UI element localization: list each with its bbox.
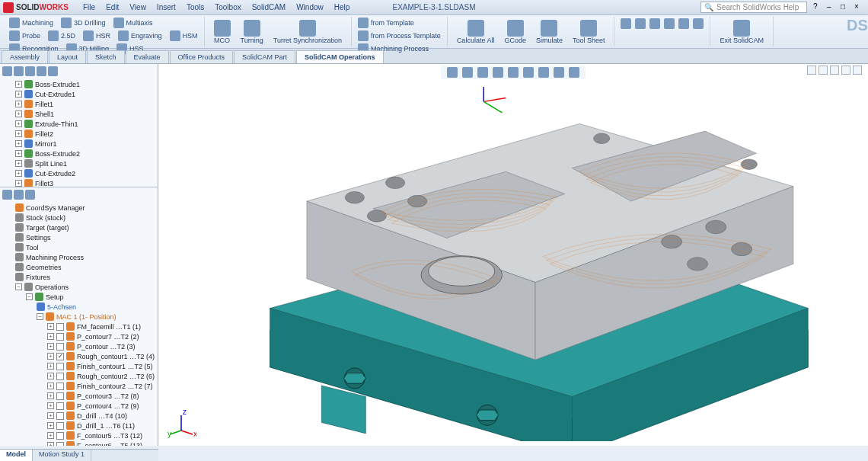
bottom-tab-model[interactable]: Model [0,450,33,461]
menu-insert[interactable]: Insert [152,2,181,13]
cam-operation[interactable]: +P_contour4 …T2 (9) [5,401,153,411]
panel-tab-icon[interactable] [2,190,12,200]
expander-icon[interactable]: + [47,373,54,379]
cam-operation[interactable]: +✓Rough_contour1 …T2 (4) [5,351,153,361]
tab-solidcam-operations[interactable]: SolidCAM Operations [296,50,384,63]
expander-icon[interactable]: + [15,110,22,117]
ribbon-turning[interactable]: Turning [236,17,268,47]
ribbon-util-icon[interactable] [635,18,646,29]
cam-operation[interactable]: +Finish_contour2 …T2 (7) [5,381,153,391]
cam-axis[interactable]: 5-Achsen [5,302,153,312]
checkbox[interactable] [56,373,64,380]
expander-icon[interactable]: + [47,353,54,360]
apply-scene-icon[interactable] [554,67,564,78]
expander-icon[interactable]: + [15,101,22,107]
panel-tab-icon[interactable] [25,66,35,76]
cam-operation[interactable]: +D_drill …T4 (10) [5,411,153,421]
cam-operation[interactable]: +P_contour3 …T2 (8) [5,391,153,401]
3d-viewport[interactable]: x y z [158,64,868,446]
cam-tree[interactable]: CoordSys ManagerStock (stock)Target (tar… [2,201,156,446]
feature-item[interactable]: +Cut-Extrude2 [5,168,153,178]
expander-icon[interactable]: + [47,333,54,340]
panel-tab-icon[interactable] [48,66,58,76]
cam-operation[interactable]: +Finish_contour1 …T2 (5) [5,361,153,371]
help-search-input[interactable]: 🔍 Search SolidWorks Help [700,2,807,13]
ribbon-util-icon[interactable] [649,18,660,29]
feature-item[interactable]: +Shell1 [5,109,153,119]
checkbox[interactable] [56,383,64,390]
checkbox[interactable] [56,343,64,351]
checkbox[interactable]: ✓ [56,353,64,360]
checkbox[interactable] [56,412,64,420]
panel-tab-icon[interactable] [25,190,35,200]
cam-setup[interactable]: −Setup [5,292,153,302]
ribbon-hsm[interactable]: HSM [168,30,199,42]
menu-file[interactable]: File [78,2,101,13]
expander-icon[interactable]: + [15,180,22,187]
expander-icon[interactable]: + [15,81,22,88]
ribbon-machining[interactable]: Machining [8,17,55,29]
checkbox[interactable] [56,432,64,440]
hide-show-icon[interactable] [523,67,534,78]
viewport-close-icon[interactable] [853,66,862,75]
menu-edit[interactable]: Edit [101,2,124,13]
checkbox[interactable] [56,363,64,370]
cam-item[interactable]: Stock (stock) [5,213,153,222]
cam-operation[interactable]: +F_contour5 …T3 (12) [5,431,153,440]
cam-operation[interactable]: +FM_facemill …T1 (1) [5,322,153,331]
ribbon-util-icon[interactable] [693,18,704,29]
expander-icon[interactable]: − [26,293,33,300]
ribbon-probe[interactable]: Probe [8,30,42,42]
cam-item[interactable]: Geometries [5,262,153,272]
feature-item[interactable]: +Split Line1 [5,158,153,168]
cam-operation[interactable]: +P_contour …T2 (3) [5,341,153,351]
expander-icon[interactable]: + [47,402,54,409]
ribbon-from-process-template[interactable]: from Process Template [356,30,442,42]
panel-tab-icon[interactable] [37,66,46,76]
cam-operation[interactable]: +Rough_contour2 …T2 (6) [5,371,153,381]
cam-item[interactable]: CoordSys Manager [5,203,153,213]
expander-icon[interactable]: + [15,91,22,98]
viewport-min-icon[interactable] [830,66,839,75]
orientation-triad-icon[interactable]: x y z [166,408,196,438]
menu-view[interactable]: View [124,2,152,13]
ribbon-util-icon[interactable] [621,18,631,29]
cam-item[interactable]: Settings [5,232,153,242]
menu-tools[interactable]: Tools [181,2,209,13]
checkbox[interactable] [56,422,64,430]
expander-icon[interactable]: + [15,150,22,157]
expander-icon[interactable]: + [47,363,54,370]
ribbon-2-5d[interactable]: 2.5D [46,30,77,42]
tab-layout[interactable]: Layout [49,50,86,63]
ribbon-3d-drilling[interactable]: 3D Drilling [59,17,107,29]
section-view-icon[interactable] [508,67,519,78]
feature-tree[interactable]: +Boss-Extrude1+Cut-Extrude1+Fillet1+Shel… [2,78,156,187]
expander-icon[interactable]: + [15,170,22,177]
exit-solidcam-button[interactable]: Exit SolidCAM [715,17,768,46]
cam-item[interactable]: Fixtures [5,272,153,282]
expander-icon[interactable]: + [47,422,54,429]
expander-icon[interactable]: + [15,120,22,127]
view-orientation-icon[interactable] [477,67,488,78]
cam-item[interactable]: Tool [5,242,153,252]
ribbon-mco[interactable]: MCO [209,17,235,47]
expander-icon[interactable]: + [15,130,22,137]
expander-icon[interactable]: − [15,283,22,290]
viewport-tile-icon[interactable] [819,66,828,75]
cam-operation[interactable]: +F_contour6 …T5 (13) [5,440,153,446]
ribbon-util-icon[interactable] [664,18,675,29]
tab-solidcam-part[interactable]: SolidCAM Part [234,50,295,63]
expander-icon[interactable]: + [15,140,22,147]
zoom-fit-icon[interactable] [447,67,458,78]
expander-icon[interactable]: + [47,442,54,446]
ribbon-tool-sheet[interactable]: Tool Sheet [568,17,610,47]
expander-icon[interactable]: + [47,323,54,330]
panel-tab-icon[interactable] [14,190,24,200]
checkbox[interactable] [56,442,64,447]
view-settings-icon[interactable] [569,67,579,78]
expander-icon[interactable]: + [47,383,54,389]
expander-icon[interactable]: + [47,392,54,399]
ribbon-hsr[interactable]: HSR [81,30,112,42]
ribbon-turret-synchronization[interactable]: Turret Synchronization [269,17,346,47]
panel-tab-icon[interactable] [14,66,24,76]
